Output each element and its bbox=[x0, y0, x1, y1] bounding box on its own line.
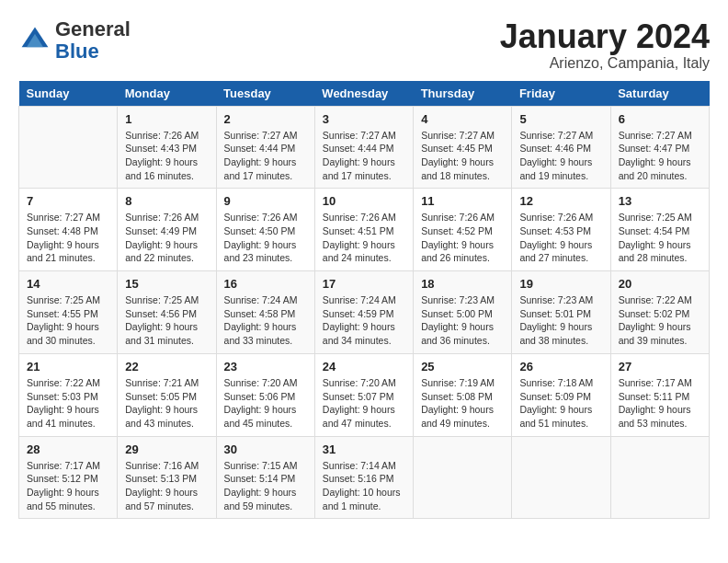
calendar-cell: 21Sunrise: 7:22 AMSunset: 5:03 PMDayligh… bbox=[19, 353, 118, 436]
calendar-cell: 1Sunrise: 7:26 AMSunset: 4:43 PMDaylight… bbox=[118, 106, 216, 189]
calendar-cell bbox=[414, 436, 512, 519]
day-number: 15 bbox=[125, 277, 208, 291]
day-info: Sunrise: 7:27 AMSunset: 4:45 PMDaylight:… bbox=[421, 129, 504, 183]
day-number: 1 bbox=[125, 112, 208, 126]
day-number: 2 bbox=[224, 112, 307, 126]
day-info: Sunrise: 7:27 AMSunset: 4:44 PMDaylight:… bbox=[323, 129, 405, 183]
day-info: Sunrise: 7:25 AMSunset: 4:55 PMDaylight:… bbox=[27, 293, 109, 348]
day-info: Sunrise: 7:26 AMSunset: 4:52 PMDaylight:… bbox=[421, 211, 504, 265]
calendar-week-row: 7Sunrise: 7:27 AMSunset: 4:48 PMDaylight… bbox=[19, 189, 710, 271]
day-number: 9 bbox=[224, 194, 307, 208]
calendar-cell: 2Sunrise: 7:27 AMSunset: 4:44 PMDaylight… bbox=[216, 106, 314, 189]
logo-text: General Blue bbox=[55, 18, 131, 63]
day-number: 25 bbox=[421, 360, 504, 373]
weekday-header: Monday bbox=[118, 81, 216, 107]
calendar-cell: 6Sunrise: 7:27 AMSunset: 4:47 PMDaylight… bbox=[610, 106, 709, 189]
calendar-cell: 28Sunrise: 7:17 AMSunset: 5:12 PMDayligh… bbox=[19, 436, 118, 519]
calendar-cell bbox=[610, 436, 709, 519]
calendar-cell: 5Sunrise: 7:27 AMSunset: 4:46 PMDaylight… bbox=[512, 106, 610, 189]
day-info: Sunrise: 7:18 AMSunset: 5:09 PMDaylight:… bbox=[519, 376, 602, 431]
day-number: 20 bbox=[619, 277, 701, 291]
day-info: Sunrise: 7:25 AMSunset: 4:56 PMDaylight:… bbox=[125, 293, 208, 348]
day-number: 5 bbox=[519, 112, 602, 126]
day-info: Sunrise: 7:27 AMSunset: 4:46 PMDaylight:… bbox=[519, 129, 602, 183]
calendar-cell: 30Sunrise: 7:15 AMSunset: 5:14 PMDayligh… bbox=[216, 436, 314, 519]
day-number: 31 bbox=[323, 442, 405, 456]
day-info: Sunrise: 7:26 AMSunset: 4:50 PMDaylight:… bbox=[224, 211, 307, 265]
day-info: Sunrise: 7:22 AMSunset: 5:02 PMDaylight:… bbox=[619, 293, 701, 348]
day-info: Sunrise: 7:23 AMSunset: 5:01 PMDaylight:… bbox=[519, 293, 602, 348]
calendar-cell: 25Sunrise: 7:19 AMSunset: 5:08 PMDayligh… bbox=[414, 353, 512, 436]
page-header: General Blue January 2024 Arienzo, Campa… bbox=[18, 18, 710, 72]
day-info: Sunrise: 7:25 AMSunset: 4:54 PMDaylight:… bbox=[619, 211, 701, 265]
day-info: Sunrise: 7:21 AMSunset: 5:05 PMDaylight:… bbox=[125, 376, 208, 431]
logo: General Blue bbox=[18, 18, 131, 63]
day-number: 13 bbox=[619, 194, 701, 208]
day-info: Sunrise: 7:17 AMSunset: 5:11 PMDaylight:… bbox=[619, 376, 701, 431]
day-info: Sunrise: 7:16 AMSunset: 5:13 PMDaylight:… bbox=[125, 459, 208, 513]
day-number: 4 bbox=[421, 112, 504, 126]
calendar-cell: 4Sunrise: 7:27 AMSunset: 4:45 PMDaylight… bbox=[414, 106, 512, 189]
calendar-cell: 23Sunrise: 7:20 AMSunset: 5:06 PMDayligh… bbox=[216, 353, 314, 436]
calendar-cell: 10Sunrise: 7:26 AMSunset: 4:51 PMDayligh… bbox=[314, 189, 413, 271]
day-info: Sunrise: 7:20 AMSunset: 5:07 PMDaylight:… bbox=[323, 376, 405, 431]
calendar-cell: 27Sunrise: 7:17 AMSunset: 5:11 PMDayligh… bbox=[610, 353, 709, 436]
day-number: 27 bbox=[619, 360, 701, 373]
day-info: Sunrise: 7:14 AMSunset: 5:16 PMDaylight:… bbox=[323, 459, 405, 513]
day-number: 17 bbox=[323, 277, 405, 291]
calendar-cell: 14Sunrise: 7:25 AMSunset: 4:55 PMDayligh… bbox=[19, 271, 118, 354]
day-number: 21 bbox=[27, 360, 109, 373]
calendar-week-row: 14Sunrise: 7:25 AMSunset: 4:55 PMDayligh… bbox=[19, 271, 710, 354]
day-number: 29 bbox=[125, 442, 208, 456]
calendar-cell: 31Sunrise: 7:14 AMSunset: 5:16 PMDayligh… bbox=[314, 436, 413, 519]
day-number: 16 bbox=[224, 277, 307, 291]
day-info: Sunrise: 7:24 AMSunset: 4:58 PMDaylight:… bbox=[224, 293, 307, 348]
day-number: 24 bbox=[323, 360, 405, 373]
page-subtitle: Arienzo, Campania, Italy bbox=[500, 55, 710, 72]
weekday-header: Tuesday bbox=[216, 81, 314, 107]
calendar-cell: 24Sunrise: 7:20 AMSunset: 5:07 PMDayligh… bbox=[314, 353, 413, 436]
calendar-cell: 16Sunrise: 7:24 AMSunset: 4:58 PMDayligh… bbox=[216, 271, 314, 354]
calendar-cell: 15Sunrise: 7:25 AMSunset: 4:56 PMDayligh… bbox=[118, 271, 216, 354]
day-info: Sunrise: 7:27 AMSunset: 4:44 PMDaylight:… bbox=[224, 129, 307, 183]
calendar-week-row: 1Sunrise: 7:26 AMSunset: 4:43 PMDaylight… bbox=[19, 106, 710, 189]
calendar-cell bbox=[512, 436, 610, 519]
weekday-header-row: SundayMondayTuesdayWednesdayThursdayFrid… bbox=[19, 81, 710, 107]
day-number: 12 bbox=[519, 194, 602, 208]
day-info: Sunrise: 7:22 AMSunset: 5:03 PMDaylight:… bbox=[27, 376, 109, 431]
calendar-cell: 13Sunrise: 7:25 AMSunset: 4:54 PMDayligh… bbox=[610, 189, 709, 271]
day-info: Sunrise: 7:26 AMSunset: 4:49 PMDaylight:… bbox=[125, 211, 208, 265]
day-info: Sunrise: 7:24 AMSunset: 4:59 PMDaylight:… bbox=[323, 293, 405, 348]
day-number: 3 bbox=[323, 112, 405, 126]
calendar-cell: 3Sunrise: 7:27 AMSunset: 4:44 PMDaylight… bbox=[314, 106, 413, 189]
day-number: 28 bbox=[27, 442, 109, 456]
calendar-cell: 17Sunrise: 7:24 AMSunset: 4:59 PMDayligh… bbox=[314, 271, 413, 354]
day-number: 10 bbox=[323, 194, 405, 208]
weekday-header: Friday bbox=[512, 81, 610, 107]
logo-icon bbox=[18, 24, 51, 57]
day-info: Sunrise: 7:20 AMSunset: 5:06 PMDaylight:… bbox=[224, 376, 307, 431]
day-info: Sunrise: 7:27 AMSunset: 4:48 PMDaylight:… bbox=[27, 211, 109, 265]
calendar-cell: 20Sunrise: 7:22 AMSunset: 5:02 PMDayligh… bbox=[610, 271, 709, 354]
page-title: January 2024 bbox=[500, 18, 710, 55]
day-info: Sunrise: 7:27 AMSunset: 4:47 PMDaylight:… bbox=[619, 129, 701, 183]
calendar-cell: 22Sunrise: 7:21 AMSunset: 5:05 PMDayligh… bbox=[118, 353, 216, 436]
day-number: 7 bbox=[27, 194, 109, 208]
calendar-cell: 19Sunrise: 7:23 AMSunset: 5:01 PMDayligh… bbox=[512, 271, 610, 354]
calendar-cell bbox=[19, 106, 118, 189]
calendar-cell: 7Sunrise: 7:27 AMSunset: 4:48 PMDaylight… bbox=[19, 189, 118, 271]
day-info: Sunrise: 7:15 AMSunset: 5:14 PMDaylight:… bbox=[224, 459, 307, 513]
day-info: Sunrise: 7:26 AMSunset: 4:53 PMDaylight:… bbox=[519, 211, 602, 265]
day-number: 19 bbox=[519, 277, 602, 291]
weekday-header: Saturday bbox=[610, 81, 709, 107]
title-block: January 2024 Arienzo, Campania, Italy bbox=[500, 18, 710, 72]
calendar-table: SundayMondayTuesdayWednesdayThursdayFrid… bbox=[18, 81, 710, 520]
calendar-cell: 26Sunrise: 7:18 AMSunset: 5:09 PMDayligh… bbox=[512, 353, 610, 436]
day-info: Sunrise: 7:26 AMSunset: 4:43 PMDaylight:… bbox=[125, 129, 208, 183]
day-number: 30 bbox=[224, 442, 307, 456]
day-number: 14 bbox=[27, 277, 109, 291]
weekday-header: Sunday bbox=[19, 81, 118, 107]
calendar-cell: 12Sunrise: 7:26 AMSunset: 4:53 PMDayligh… bbox=[512, 189, 610, 271]
weekday-header: Wednesday bbox=[314, 81, 413, 107]
day-info: Sunrise: 7:17 AMSunset: 5:12 PMDaylight:… bbox=[27, 459, 109, 513]
